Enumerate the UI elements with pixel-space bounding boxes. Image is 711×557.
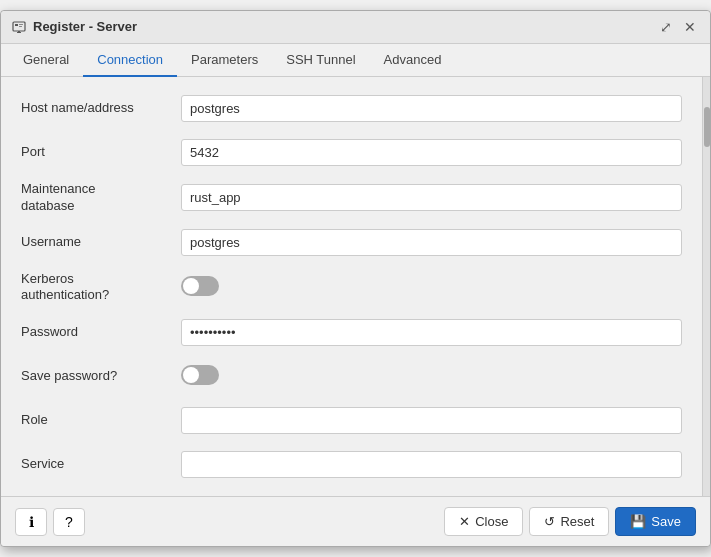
role-label: Role [21, 412, 181, 429]
port-row: Port [21, 137, 682, 169]
host-control [181, 95, 682, 122]
tab-bar: General Connection Parameters SSH Tunnel… [1, 44, 710, 77]
expand-button[interactable]: ⤢ [656, 17, 676, 37]
close-button-footer[interactable]: ✕ Close [444, 507, 523, 536]
kerberos-slider [181, 276, 219, 296]
kerberos-toggle[interactable] [181, 276, 219, 296]
service-label: Service [21, 456, 181, 473]
help-icon: ? [65, 514, 73, 530]
dialog-icon [11, 19, 27, 35]
save-password-slider [181, 365, 219, 385]
maintenance-db-row: Maintenance database [21, 181, 682, 215]
save-password-control [181, 365, 682, 388]
maintenance-db-control [181, 184, 682, 211]
svg-rect-1 [15, 24, 18, 26]
port-label: Port [21, 144, 181, 161]
username-input[interactable] [181, 229, 682, 256]
kerberos-control [181, 276, 682, 299]
scrollbar-thumb [704, 107, 710, 147]
close-button[interactable]: ✕ [680, 17, 700, 37]
maintenance-db-label: Maintenance database [21, 181, 181, 215]
save-password-label: Save password? [21, 368, 181, 385]
host-label: Host name/address [21, 100, 181, 117]
svg-rect-4 [17, 32, 21, 33]
tab-ssh-tunnel[interactable]: SSH Tunnel [272, 44, 369, 77]
kerberos-label: Kerberos authentication? [21, 271, 181, 305]
tab-connection[interactable]: Connection [83, 44, 177, 77]
info-button[interactable]: ℹ [15, 508, 47, 536]
service-row: Service [21, 448, 682, 480]
host-row: Host name/address [21, 93, 682, 125]
username-label: Username [21, 234, 181, 251]
password-input[interactable] [181, 319, 682, 346]
close-label: Close [475, 514, 508, 529]
username-row: Username [21, 227, 682, 259]
register-server-dialog: Register - Server ⤢ ✕ General Connection… [0, 10, 711, 548]
password-control [181, 319, 682, 346]
save-label: Save [651, 514, 681, 529]
save-password-row: Save password? [21, 360, 682, 392]
svg-rect-3 [19, 26, 22, 27]
kerberos-row: Kerberos authentication? [21, 271, 682, 305]
form-body: Host name/address Port Maintenance datab… [1, 77, 702, 497]
footer: ℹ ? ✕ Close ↺ Reset 💾 Save [1, 496, 710, 546]
help-button[interactable]: ? [53, 508, 85, 536]
host-input[interactable] [181, 95, 682, 122]
username-control [181, 229, 682, 256]
tab-advanced[interactable]: Advanced [370, 44, 456, 77]
save-icon: 💾 [630, 514, 646, 529]
save-button[interactable]: 💾 Save [615, 507, 696, 536]
svg-rect-5 [18, 31, 20, 32]
title-bar-controls: ⤢ ✕ [656, 17, 700, 37]
password-label: Password [21, 324, 181, 341]
close-icon: ✕ [459, 514, 470, 529]
service-control [181, 451, 682, 478]
reset-label: Reset [560, 514, 594, 529]
service-input[interactable] [181, 451, 682, 478]
tab-general[interactable]: General [9, 44, 83, 77]
port-control [181, 139, 682, 166]
reset-button[interactable]: ↺ Reset [529, 507, 609, 536]
title-bar: Register - Server ⤢ ✕ [1, 11, 710, 44]
scrollbar [702, 77, 710, 497]
maintenance-db-input[interactable] [181, 184, 682, 211]
reset-icon: ↺ [544, 514, 555, 529]
port-input[interactable] [181, 139, 682, 166]
footer-right: ✕ Close ↺ Reset 💾 Save [444, 507, 696, 536]
role-row: Role [21, 404, 682, 436]
svg-rect-2 [19, 24, 23, 25]
info-icon: ℹ [29, 514, 34, 530]
save-password-toggle[interactable] [181, 365, 219, 385]
role-control [181, 407, 682, 434]
role-input[interactable] [181, 407, 682, 434]
tab-parameters[interactable]: Parameters [177, 44, 272, 77]
dialog-title: Register - Server [33, 19, 650, 34]
password-row: Password [21, 316, 682, 348]
footer-left: ℹ ? [15, 508, 85, 536]
